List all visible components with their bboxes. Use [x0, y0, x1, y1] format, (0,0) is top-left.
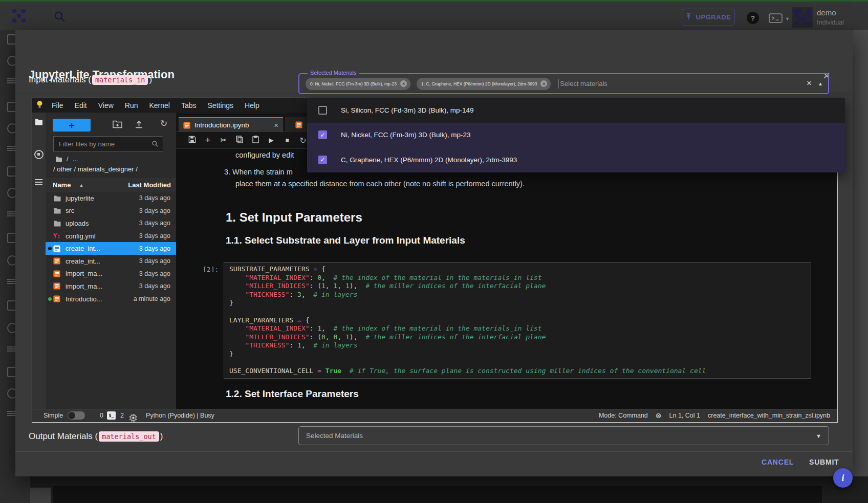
code-line — [229, 359, 806, 367]
checkbox-unchecked-icon[interactable] — [318, 106, 327, 115]
output-materials-select[interactable]: Selected Materials ▼ — [298, 426, 829, 445]
upload-icon[interactable] — [135, 120, 143, 130]
notebook-icon — [53, 257, 62, 265]
menu-settings[interactable]: Settings — [202, 101, 240, 110]
folder-icon — [53, 220, 62, 227]
file-row[interactable]: Y:config.yml3 days ago — [46, 230, 176, 243]
new-launcher-button[interactable]: + — [53, 119, 91, 132]
breadcrumb-root[interactable]: / ... — [55, 155, 78, 163]
menu-kernel[interactable]: Kernel — [143, 101, 175, 110]
file-row[interactable]: Introductio...a minute ago — [46, 293, 176, 305]
code-line: SUBSTRATE_PARAMETERS = { — [229, 265, 806, 274]
menu-run[interactable]: Run — [119, 101, 144, 110]
menu-edit[interactable]: Edit — [69, 101, 93, 110]
chip-label: 0: Ni, Nickel, FCC (Fm-3m) 3D (Bulk), mp… — [310, 81, 397, 86]
folder-icon — [53, 194, 62, 202]
sort-asc-icon[interactable]: ▲ — [79, 183, 83, 188]
menu-help[interactable]: Help — [239, 101, 265, 110]
file-list: jupyterlite3 days agosrc3 days agoupload… — [46, 192, 176, 305]
option-label: Si, Silicon, FCC (Fd-3m) 3D (Bulk), mp-1… — [341, 106, 474, 114]
file-name: uploads — [66, 220, 139, 227]
info-fab-button[interactable]: i — [833, 468, 853, 488]
checkbox-checked-icon[interactable]: ✓ — [318, 130, 327, 139]
cancel-button[interactable]: CANCEL — [762, 458, 794, 466]
terminal-badge-icon: $_ — [107, 411, 116, 420]
material-option[interactable]: ✓C, Graphene, HEX (P6/mmm) 2D (Monolayer… — [307, 147, 845, 172]
breadcrumb-path[interactable]: / other / materials_designer / — [53, 165, 138, 173]
simple-mode-toggle[interactable] — [68, 411, 85, 420]
chip-delete-icon[interactable]: × — [540, 80, 547, 87]
table-of-contents-icon[interactable] — [35, 178, 42, 187]
running-kernels-icon[interactable] — [34, 150, 44, 159]
file-row[interactable]: create_int...3 days ago — [46, 242, 176, 255]
tab-close-icon[interactable]: × — [274, 121, 278, 129]
materials-select-input[interactable]: Selected Materials 0: Ni, Nickel, FCC (F… — [298, 73, 829, 94]
file-name: jupyterlite — [66, 194, 139, 202]
menu-items: FileEditViewRunKernelTabsSettingsHelp — [46, 101, 265, 110]
notebook-icon — [53, 295, 62, 303]
paste-cell-icon[interactable] — [251, 136, 260, 145]
kernel-shield-icon[interactable]: ⊗ — [656, 411, 662, 420]
menu-view[interactable]: View — [93, 101, 119, 110]
material-chip[interactable]: 1: C, Graphene, HEX (P6/mmm) 2D (Monolay… — [417, 78, 551, 90]
file-name: create_int... — [66, 245, 139, 252]
materials-out-code: materials_out — [99, 431, 159, 442]
lightbulb-icon[interactable] — [36, 100, 43, 111]
file-name: create_int... — [66, 257, 139, 265]
menu-file[interactable]: File — [46, 101, 69, 110]
code-line: "MILLER_INDICES": (0, 0, 1), # the mille… — [229, 333, 806, 342]
file-modified: 3 days ago — [139, 257, 170, 265]
select-field-label: Selected Materials — [308, 70, 359, 76]
menu-tabs[interactable]: Tabs — [176, 101, 202, 110]
notebook-content[interactable]: configured by edit 3. When the strain m … — [176, 149, 837, 409]
file-browser-tab-icon[interactable] — [35, 118, 43, 127]
column-last-modified[interactable]: Last Modified — [128, 181, 171, 189]
material-option[interactable]: Si, Silicon, FCC (Fd-3m) 3D (Bulk), mp-1… — [307, 98, 845, 123]
file-modified: 3 days ago — [139, 245, 170, 252]
mode-indicator[interactable]: Mode: Command — [599, 412, 648, 419]
notebook-icon — [53, 282, 62, 290]
filter-files-input[interactable]: Filter files by name — [53, 136, 163, 151]
file-modified: 3 days ago — [139, 270, 170, 277]
option-label: C, Graphene, HEX (P6/mmm) 2D (Monolayer)… — [341, 156, 517, 164]
run-cell-icon[interactable]: ▶ — [267, 137, 276, 144]
checkbox-checked-icon[interactable]: ✓ — [318, 156, 327, 164]
cut-cell-icon[interactable]: ✂ — [219, 136, 228, 145]
breadcrumb-ellipsis[interactable]: ... — [73, 155, 78, 163]
file-row[interactable]: import_ma...3 days ago — [46, 268, 176, 280]
material-chip[interactable]: 0: Ni, Nickel, FCC (Fm-3m) 3D (Bulk), mp… — [306, 78, 410, 90]
code-cell[interactable]: SUBSTRATE_PARAMETERS = { "MATERIAL_INDEX… — [224, 262, 811, 379]
chip-delete-icon[interactable]: × — [400, 80, 407, 87]
file-row[interactable]: jupyterlite3 days ago — [46, 192, 176, 205]
file-row[interactable]: uploads3 days ago — [46, 217, 176, 230]
refresh-icon[interactable]: ↻ — [160, 118, 167, 129]
copy-cell-icon[interactable] — [235, 136, 244, 145]
filter-search-icon — [151, 140, 159, 147]
file-row[interactable]: import_ma...3 days ago — [46, 280, 176, 293]
restart-kernel-icon[interactable]: ↻ — [298, 136, 308, 145]
tab-introduction-ipynb[interactable]: Introduction.ipynb × — [179, 117, 283, 132]
clear-selection-icon[interactable]: × — [807, 78, 812, 89]
file-dot-spacer — [48, 259, 52, 263]
save-icon[interactable] — [187, 136, 197, 145]
material-option[interactable]: ✓Ni, Nickel, FCC (Fm-3m) 3D (Bulk), mp-2… — [307, 123, 845, 148]
kernel-status-text[interactable]: Python (Pyodide) | Busy — [146, 409, 214, 422]
file-row[interactable]: create_int...3 days ago — [46, 255, 176, 268]
option-label: Ni, Nickel, FCC (Fm-3m) 3D (Bulk), mp-23 — [341, 131, 471, 139]
stop-kernel-icon[interactable]: ■ — [283, 137, 292, 144]
kernel-count[interactable]: 2 — [120, 409, 124, 422]
terminal-count[interactable]: 0 — [100, 409, 103, 422]
cursor-position[interactable]: Ln 1, Col 1 — [669, 412, 700, 419]
collapse-caret-icon[interactable]: ▲ — [818, 81, 823, 86]
activity-bar — [32, 113, 46, 409]
new-folder-icon[interactable] — [113, 120, 122, 130]
file-dot-spacer — [48, 209, 52, 212]
file-row[interactable]: src3 days ago — [46, 205, 176, 217]
column-name[interactable]: Name — [53, 181, 71, 189]
add-cell-icon[interactable]: + — [203, 135, 212, 146]
code-line: "MATERIAL_INDEX": 0, # the index of the … — [229, 274, 806, 282]
file-name: import_ma... — [66, 282, 139, 290]
file-list-header[interactable]: Name ▲ Last Modified — [46, 179, 176, 191]
tab-title: Introduction.ipynb — [194, 121, 270, 129]
submit-button[interactable]: SUBMIT — [809, 458, 839, 466]
